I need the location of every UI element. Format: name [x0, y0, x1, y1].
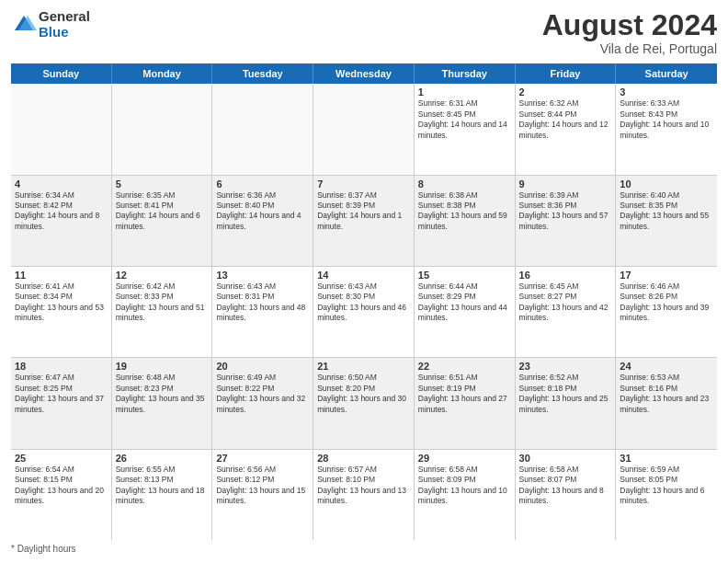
day-number: 20: [216, 361, 309, 372]
calendar-cell: 28Sunrise: 6:57 AMSunset: 8:10 PMDayligh…: [313, 450, 415, 540]
subtitle: Vila de Rei, Portugal: [542, 41, 717, 56]
day-info: Sunrise: 6:43 AMSunset: 8:30 PMDaylight:…: [317, 282, 410, 324]
day-info: Sunrise: 6:37 AMSunset: 8:39 PMDaylight:…: [317, 190, 410, 233]
day-number: 30: [519, 453, 612, 464]
day-info: Sunrise: 6:35 AMSunset: 8:41 PMDaylight:…: [116, 190, 209, 233]
calendar-cell: 4Sunrise: 6:34 AMSunset: 8:42 PMDaylight…: [11, 176, 112, 266]
day-info: Sunrise: 6:56 AMSunset: 8:12 PMDaylight:…: [216, 465, 309, 507]
calendar-row: 1Sunrise: 6:31 AMSunset: 8:45 PMDaylight…: [11, 84, 717, 175]
day-info: Sunrise: 6:47 AMSunset: 8:25 PMDaylight:…: [15, 373, 108, 415]
calendar-cell: 8Sunrise: 6:38 AMSunset: 8:38 PMDaylight…: [415, 176, 516, 266]
day-number: 14: [317, 270, 410, 281]
day-number: 12: [116, 270, 209, 281]
calendar-cell: 19Sunrise: 6:48 AMSunset: 8:23 PMDayligh…: [112, 358, 213, 448]
header-thursday: Thursday: [415, 63, 516, 84]
day-number: 31: [620, 453, 713, 464]
logo-icon: [11, 12, 37, 38]
day-info: Sunrise: 6:40 AMSunset: 8:35 PMDaylight:…: [620, 190, 713, 233]
day-info: Sunrise: 6:42 AMSunset: 8:33 PMDaylight:…: [116, 282, 209, 324]
day-info: Sunrise: 6:51 AMSunset: 8:19 PMDaylight:…: [418, 373, 511, 415]
calendar-cell: 27Sunrise: 6:56 AMSunset: 8:12 PMDayligh…: [212, 450, 313, 540]
day-number: 13: [216, 270, 309, 281]
title-block: August 2024 Vila de Rei, Portugal: [542, 9, 717, 56]
day-info: Sunrise: 6:33 AMSunset: 8:43 PMDaylight:…: [620, 98, 713, 141]
header-tuesday: Tuesday: [212, 63, 313, 84]
calendar-cell: 13Sunrise: 6:43 AMSunset: 8:31 PMDayligh…: [212, 267, 313, 357]
calendar-cell: 31Sunrise: 6:59 AMSunset: 8:05 PMDayligh…: [616, 450, 717, 540]
logo-general-text: General: [39, 9, 90, 25]
calendar-cell: 2Sunrise: 6:32 AMSunset: 8:44 PMDaylight…: [516, 84, 617, 174]
header-friday: Friday: [516, 63, 617, 84]
day-info: Sunrise: 6:39 AMSunset: 8:36 PMDaylight:…: [519, 190, 612, 233]
calendar-cell: 24Sunrise: 6:53 AMSunset: 8:16 PMDayligh…: [616, 358, 717, 448]
day-info: Sunrise: 6:52 AMSunset: 8:18 PMDaylight:…: [519, 373, 612, 415]
header-sunday: Sunday: [11, 63, 112, 84]
day-info: Sunrise: 6:58 AMSunset: 8:09 PMDaylight:…: [418, 465, 511, 507]
day-info: Sunrise: 6:34 AMSunset: 8:42 PMDaylight:…: [15, 190, 108, 233]
day-number: 11: [15, 270, 108, 281]
day-info: Sunrise: 6:58 AMSunset: 8:07 PMDaylight:…: [519, 465, 612, 507]
logo: General Blue: [11, 9, 90, 40]
calendar-cell: 14Sunrise: 6:43 AMSunset: 8:30 PMDayligh…: [313, 267, 415, 357]
day-number: 29: [418, 453, 511, 464]
day-number: 21: [317, 361, 410, 372]
day-number: 16: [519, 270, 612, 281]
day-info: Sunrise: 6:49 AMSunset: 8:22 PMDaylight:…: [216, 373, 309, 415]
calendar-header: Sunday Monday Tuesday Wednesday Thursday…: [11, 63, 717, 84]
calendar-cell: 29Sunrise: 6:58 AMSunset: 8:09 PMDayligh…: [415, 450, 516, 540]
calendar-cell: [212, 84, 313, 174]
calendar-cell: [112, 84, 213, 174]
day-info: Sunrise: 6:57 AMSunset: 8:10 PMDaylight:…: [317, 465, 410, 507]
calendar-row: 11Sunrise: 6:41 AMSunset: 8:34 PMDayligh…: [11, 267, 717, 358]
day-number: 26: [116, 453, 209, 464]
day-info: Sunrise: 6:55 AMSunset: 8:13 PMDaylight:…: [116, 465, 209, 507]
day-number: 7: [317, 178, 410, 190]
calendar-cell: 22Sunrise: 6:51 AMSunset: 8:19 PMDayligh…: [415, 358, 516, 448]
day-info: Sunrise: 6:53 AMSunset: 8:16 PMDaylight:…: [620, 373, 713, 415]
calendar-row: 18Sunrise: 6:47 AMSunset: 8:25 PMDayligh…: [11, 358, 717, 449]
calendar-cell: 3Sunrise: 6:33 AMSunset: 8:43 PMDaylight…: [616, 84, 717, 174]
footer-note: * Daylight hours: [11, 544, 717, 554]
day-info: Sunrise: 6:32 AMSunset: 8:44 PMDaylight:…: [519, 98, 612, 141]
day-info: Sunrise: 6:45 AMSunset: 8:27 PMDaylight:…: [519, 282, 612, 324]
calendar-cell: 26Sunrise: 6:55 AMSunset: 8:13 PMDayligh…: [112, 450, 213, 540]
day-number: 3: [620, 86, 713, 98]
day-info: Sunrise: 6:41 AMSunset: 8:34 PMDaylight:…: [15, 282, 108, 324]
calendar: Sunday Monday Tuesday Wednesday Thursday…: [11, 63, 717, 540]
day-number: 15: [418, 270, 511, 281]
day-number: 28: [317, 453, 410, 464]
day-number: 25: [15, 453, 108, 464]
calendar-cell: 16Sunrise: 6:45 AMSunset: 8:27 PMDayligh…: [516, 267, 617, 357]
month-title: August 2024: [542, 9, 717, 41]
calendar-body: 1Sunrise: 6:31 AMSunset: 8:45 PMDaylight…: [11, 84, 717, 540]
day-number: 5: [116, 178, 209, 190]
calendar-row: 25Sunrise: 6:54 AMSunset: 8:15 PMDayligh…: [11, 450, 717, 540]
day-info: Sunrise: 6:44 AMSunset: 8:29 PMDaylight:…: [418, 282, 511, 324]
calendar-cell: 10Sunrise: 6:40 AMSunset: 8:35 PMDayligh…: [616, 176, 717, 266]
calendar-cell: 23Sunrise: 6:52 AMSunset: 8:18 PMDayligh…: [516, 358, 617, 448]
day-number: 10: [620, 178, 713, 190]
calendar-cell: [11, 84, 112, 174]
day-number: 17: [620, 270, 713, 281]
calendar-cell: [313, 84, 415, 174]
header: General Blue August 2024 Vila de Rei, Po…: [11, 9, 717, 56]
day-info: Sunrise: 6:36 AMSunset: 8:40 PMDaylight:…: [216, 190, 309, 233]
day-number: 9: [519, 178, 612, 190]
calendar-row: 4Sunrise: 6:34 AMSunset: 8:42 PMDaylight…: [11, 176, 717, 267]
day-info: Sunrise: 6:59 AMSunset: 8:05 PMDaylight:…: [620, 465, 713, 507]
page-container: General Blue August 2024 Vila de Rei, Po…: [0, 0, 728, 563]
day-number: 27: [216, 453, 309, 464]
day-number: 22: [418, 361, 511, 372]
day-number: 2: [519, 86, 612, 98]
day-number: 18: [15, 361, 108, 372]
day-info: Sunrise: 6:54 AMSunset: 8:15 PMDaylight:…: [15, 465, 108, 507]
day-number: 19: [116, 361, 209, 372]
day-info: Sunrise: 6:50 AMSunset: 8:20 PMDaylight:…: [317, 373, 410, 415]
calendar-cell: 5Sunrise: 6:35 AMSunset: 8:41 PMDaylight…: [112, 176, 213, 266]
calendar-cell: 20Sunrise: 6:49 AMSunset: 8:22 PMDayligh…: [212, 358, 313, 448]
calendar-cell: 21Sunrise: 6:50 AMSunset: 8:20 PMDayligh…: [313, 358, 415, 448]
day-number: 6: [216, 178, 309, 190]
day-number: 23: [519, 361, 612, 372]
day-number: 4: [15, 178, 108, 190]
calendar-cell: 1Sunrise: 6:31 AMSunset: 8:45 PMDaylight…: [415, 84, 516, 174]
